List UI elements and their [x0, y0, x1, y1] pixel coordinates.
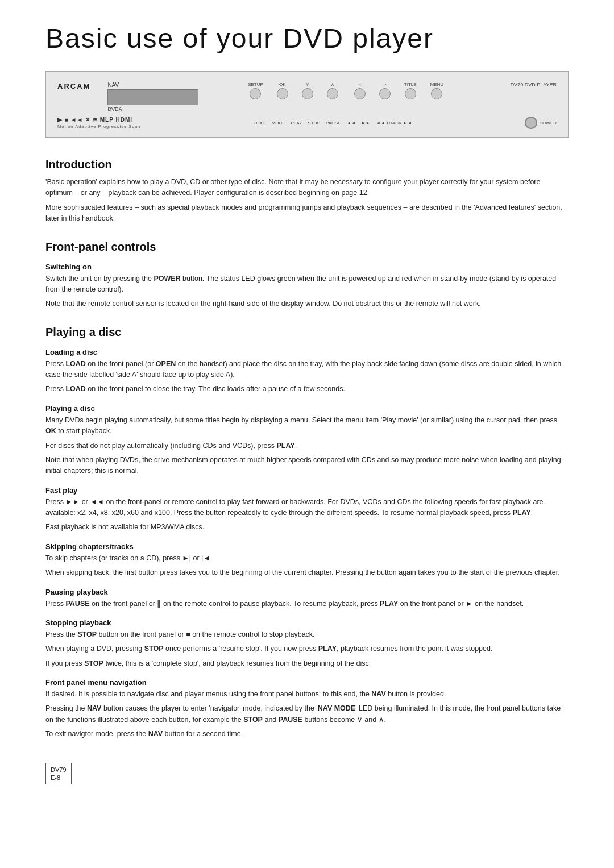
skipping-chapters-title: Skipping chapters/tracks [45, 542, 569, 551]
switching-on-title: Switching on [45, 263, 569, 271]
loading-a-disc-para-1: Press LOAD on the front panel (or OPEN o… [45, 359, 569, 381]
front-panel-controls-title: Front-panel controls [45, 240, 569, 254]
ffwd-btn-label[interactable]: ►► [361, 121, 370, 126]
stopping-para-1: Press the STOP button on the front panel… [45, 629, 569, 640]
play-bold-3: PLAY [380, 600, 398, 608]
ok-label: OK [279, 82, 286, 87]
play-bold-1: PLAY [276, 442, 294, 450]
stopping-para-2: When playing a DVD, pressing STOP once p… [45, 643, 569, 654]
introduction-para-1: 'Basic operation' explains how to play a… [45, 177, 569, 199]
page-title: Basic use of your DVD player [45, 23, 569, 54]
setup-label: SETUP [248, 82, 263, 87]
playing-a-disc-sub-title: Playing a disc [45, 404, 569, 413]
fast-play-para-2: Fast playback is not available for MP3/W… [45, 522, 569, 533]
pausing-para-1: Press PAUSE on the front panel or ‖ on t… [45, 599, 569, 609]
title-btn[interactable] [405, 88, 416, 99]
stopping-playback-title: Stopping playback [45, 618, 569, 627]
playing-a-disc-title: Playing a disc [45, 326, 569, 339]
power-button[interactable] [525, 117, 537, 129]
load-btn-label[interactable]: LOAD [254, 121, 266, 126]
nav-mode-bold: NAV MODE [318, 704, 355, 712]
right-label-ctrl: > [383, 82, 386, 87]
maps-text: Motion Adaptive Progressive Scan [57, 124, 140, 129]
introduction-title: Introduction [45, 158, 569, 171]
switching-on-para-1: Switch the unit on by pressing the POWER… [45, 273, 569, 296]
bottom-btn-labels: LOAD MODE PLAY STOP PAUSE ◄◄ ►► ◄◄ TRACK… [152, 121, 513, 126]
skipping-para-2: When skipping back, the first button pre… [45, 567, 569, 578]
up-label: ∧ [331, 82, 334, 87]
stop-bold-4: STOP [243, 716, 263, 724]
ok-bold: OK [45, 427, 56, 435]
menu-label: MENU [430, 82, 444, 87]
nav-bold-2: NAV [87, 704, 101, 712]
front-panel-menu-para-3: To exit navigtor mode, press the NAV but… [45, 729, 569, 740]
load-bold-2: LOAD [65, 385, 85, 393]
ok-btn[interactable] [277, 88, 288, 99]
footer-model: DV79 [51, 766, 67, 773]
arcam-brand-label: ARCAM [57, 82, 90, 90]
nav-bold-3: NAV [148, 730, 163, 738]
stop-btn-label[interactable]: STOP [308, 121, 320, 126]
play-btn-label[interactable]: PLAY [291, 121, 302, 126]
left-label: < [358, 82, 361, 87]
stopping-para-3: If you press STOP twice, this is a 'comp… [45, 658, 569, 669]
open-bold: OPEN [156, 360, 176, 368]
front-panel-menu-nav-title: Front panel menu navigation [45, 678, 569, 687]
loading-a-disc-title: Loading a disc [45, 348, 569, 356]
power-label: POWER [540, 121, 557, 126]
and-word: and [383, 498, 395, 506]
nav-bold-1: NAV [371, 690, 385, 698]
pause-bold-2: PAUSE [279, 716, 302, 724]
footer-box: DV79 E-8 [45, 763, 72, 785]
page-footer: DV79 E-8 [45, 763, 569, 785]
mode-btn-label[interactable]: MODE [271, 121, 285, 126]
power-bold: POWER [154, 275, 180, 283]
up-btn[interactable] [327, 88, 338, 99]
loading-a-disc-para-2: Press LOAD on the front panel to close t… [45, 384, 569, 394]
front-panel-menu-para-2: Pressing the NAV button causes the playe… [45, 703, 569, 725]
dvd-center-panel: NAV DVDA [102, 82, 234, 112]
dvd-player-diagram: ARCAM NAV DVDA SETUP OK ∨ [45, 71, 569, 138]
stop-bold-2: STOP [144, 645, 164, 653]
playing-a-disc-para-1: Many DVDs begin playing automatically, b… [45, 415, 569, 437]
rewind-btn-label[interactable]: ◄◄ [347, 121, 356, 126]
play-bold-2: PLAY [513, 509, 531, 517]
down-label: ∨ [306, 82, 309, 87]
front-panel-menu-para-1: If desired, it is possible to navigate d… [45, 689, 569, 700]
cert-logos: ▶ ■ ◄◄ ✕ ≋ MLP HDMI Motion Adaptive Prog… [57, 117, 140, 129]
fast-play-title: Fast play [45, 486, 569, 495]
stop-bold-3: STOP [84, 659, 103, 667]
pause-btn-label[interactable]: PAUSE [326, 121, 341, 126]
title-label: TITLE [404, 82, 417, 87]
nav-label: NAV [107, 82, 119, 88]
track-btn-label[interactable]: ◄◄ TRACK ►◄ [376, 121, 412, 126]
load-bold-1: LOAD [65, 360, 85, 368]
dvd-right-label: DV79 DVD PLAYER [511, 82, 557, 88]
playing-a-disc-para-2: For discs that do not play automatically… [45, 441, 569, 451]
setup-btn[interactable] [250, 88, 261, 99]
fast-play-para-1: Press ►► or ◄◄ on the front-panel or rem… [45, 497, 569, 519]
stop-bold-1: STOP [77, 630, 97, 638]
pause-bold: PAUSE [65, 600, 89, 608]
down-btn[interactable] [302, 88, 313, 99]
left-btn[interactable] [354, 88, 366, 99]
pausing-playback-title: Pausing playback [45, 588, 569, 596]
footer-page-code: E-8 [51, 774, 60, 781]
play-bold-4: PLAY [318, 645, 337, 653]
introduction-para-2: More sophisticated features – such as sp… [45, 202, 569, 225]
dvda-label: DVDA [107, 106, 122, 112]
cert-icons: ▶ ■ ◄◄ ✕ ≋ MLP HDMI [57, 117, 140, 123]
playing-a-disc-para-3: Note that when playing DVDs, the drive m… [45, 455, 569, 477]
right-btn[interactable] [379, 88, 391, 99]
switching-on-para-2: Note that the remote control sensor is l… [45, 298, 569, 309]
skipping-para-1: To skip chapters (or tracks on a CD), pr… [45, 553, 569, 564]
menu-btn[interactable] [431, 88, 442, 99]
